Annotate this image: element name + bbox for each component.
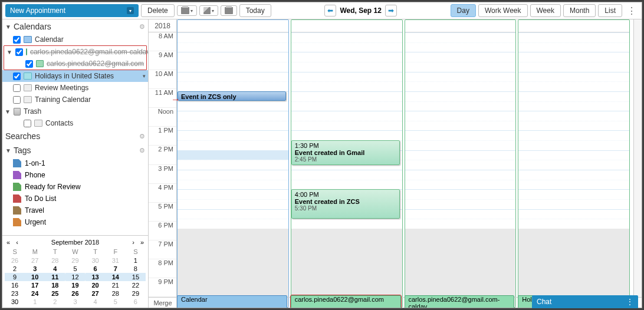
view-workweek-button[interactable]: Work Week [478,4,528,17]
mini-cal-day[interactable]: 4 [86,298,106,306]
calendars-section-header[interactable]: ▼ Calendars ⚙ [2,19,148,34]
gear-icon[interactable]: ⚙ [139,147,145,154]
mini-cal-day[interactable]: 1 [25,298,45,306]
mini-cal-day[interactable]: 19 [65,281,85,289]
event[interactable]: 4:00 PMEvent created in ZCS5:30 PM [291,189,400,219]
event[interactable]: Event in ZCS only [178,91,286,101]
calendar-item[interactable]: ▼carlos.pineda0622@gmail.com-caldav [4,46,146,58]
view-list-button[interactable]: List [598,4,622,17]
day-column[interactable]: 1:30 PMEvent created in Gmail2:45 PM4:00… [291,19,403,308]
mini-cal-day[interactable]: 5 [65,265,85,273]
collapse-icon[interactable]: ▼ [5,147,11,154]
calendar-item[interactable]: Calendar [2,34,148,45]
view-week-button[interactable]: Week [530,4,561,17]
mini-cal-day[interactable]: 26 [65,289,85,298]
mini-cal-day[interactable]: 27 [25,256,45,265]
mini-cal-day[interactable]: 30 [5,298,25,306]
mini-cal-day[interactable]: 12 [65,273,85,281]
mini-cal-day[interactable]: 3 [25,265,45,273]
mini-cal-day[interactable]: 26 [5,256,25,265]
menu-icon[interactable]: ⋮ [625,5,639,17]
mini-cal-day[interactable]: 29 [126,289,146,298]
calendar-checkbox[interactable] [25,60,33,68]
mini-cal-day[interactable]: 17 [25,281,45,289]
mini-cal-day[interactable]: 28 [45,256,65,265]
view-month-button[interactable]: Month [563,4,596,17]
mini-cal-day[interactable]: 4 [45,265,65,273]
trash-row[interactable]: ▼ Trash [2,105,148,117]
dropdown-icon[interactable]: ▾ [143,73,146,79]
mini-cal-day[interactable]: 23 [5,289,25,298]
mini-cal-day[interactable]: 10 [25,273,45,281]
calendar-checkbox[interactable] [13,36,21,44]
collapse-icon[interactable]: ▼ [6,49,12,55]
mini-cal-day[interactable]: 25 [45,289,65,298]
mini-cal-day[interactable]: 13 [86,273,106,281]
format-menu-button[interactable]: ▾ [199,5,218,16]
tag-item[interactable]: Urgent [2,216,148,228]
collapse-icon[interactable]: ▼ [5,108,11,115]
mini-calendar[interactable]: « ‹ September 2018 › » SMTWTFS 262728293… [2,235,148,308]
mini-cal-day[interactable]: 16 [5,281,25,289]
print-menu-button[interactable]: ▾ [177,5,197,16]
tag-item[interactable]: 1-on-1 [2,157,148,169]
collapse-icon[interactable]: ▼ [5,24,11,30]
day-column[interactable] [518,19,630,308]
contacts-checkbox[interactable] [24,120,31,127]
mini-cal-day[interactable]: 2 [45,298,65,306]
new-appointment-button[interactable]: New Appointment ▾ [5,4,139,17]
calendar-checkbox[interactable] [15,48,23,56]
mini-cal-day[interactable]: 27 [86,289,106,298]
tag-item[interactable]: Ready for Review [2,181,148,193]
mini-cal-day[interactable]: 29 [65,256,85,265]
calendar-item[interactable]: carlos.pineda0622@gmail.com [4,58,146,70]
prev-month-button[interactable]: ‹ [14,239,20,246]
scrollbar[interactable] [633,19,642,297]
tags-section-header[interactable]: ▼ Tags ⚙ [2,143,148,157]
dropdown-icon[interactable]: ▾ [127,7,134,14]
mini-cal-day[interactable]: 8 [126,265,146,273]
searches-section-header[interactable]: Searches ⚙ [2,129,148,143]
calendar-checkbox[interactable] [13,72,21,80]
contacts-row[interactable]: Contacts [2,117,148,129]
mini-cal-day[interactable]: 24 [25,289,45,298]
chat-bar[interactable]: Chat ⋮ [532,295,638,308]
mini-cal-day[interactable]: 28 [106,289,126,298]
delete-button[interactable]: Delete [141,4,175,17]
view-day-button[interactable]: Day [451,4,476,17]
prev-year-button[interactable]: « [5,239,12,246]
mini-cal-day[interactable]: 3 [65,298,85,306]
mini-cal-day[interactable]: 7 [106,265,126,273]
calendar-checkbox[interactable] [13,96,21,104]
tag-item[interactable]: To Do List [2,193,148,205]
next-year-button[interactable]: » [139,239,146,246]
mini-cal-day[interactable]: 15 [126,273,146,281]
calendar-item[interactable]: Review Meetings [2,82,148,94]
tag-item[interactable]: Travel [2,205,148,216]
merge-label[interactable]: Merge [149,299,177,306]
mini-cal-day[interactable]: 14 [106,273,126,281]
mini-cal-day[interactable]: 5 [106,298,126,306]
calendar-checkbox[interactable] [13,84,21,92]
mini-cal-day[interactable]: 20 [86,281,106,289]
tag-item[interactable]: Phone [2,169,148,181]
mini-cal-day[interactable]: 11 [45,273,65,281]
mini-cal-day[interactable]: 21 [106,281,126,289]
next-month-button[interactable]: › [130,239,136,246]
mini-cal-day[interactable]: 6 [126,298,146,306]
mini-cal-day[interactable]: 31 [106,256,126,265]
mini-cal-day[interactable]: 2 [5,265,25,273]
print-button[interactable] [221,5,237,16]
today-button[interactable]: Today [239,4,271,17]
column-footer-label[interactable]: carlos.pineda0622@gmail.com-caldav [405,295,515,308]
calendar-item[interactable]: Training Calendar [2,94,148,105]
chat-menu-icon[interactable]: ⋮ [626,298,633,306]
mini-cal-day[interactable]: 9 [5,273,25,281]
column-footer-label[interactable]: carlos.pineda0622@gmail.com [291,295,401,308]
mini-cal-day[interactable]: 18 [45,281,65,289]
gear-icon[interactable]: ⚙ [139,23,145,31]
mini-cal-day[interactable]: 6 [86,265,106,273]
gear-icon[interactable]: ⚙ [139,133,145,140]
prev-day-button[interactable]: ⬅ [324,5,336,17]
day-column[interactable]: Event in ZCS only [177,19,289,308]
